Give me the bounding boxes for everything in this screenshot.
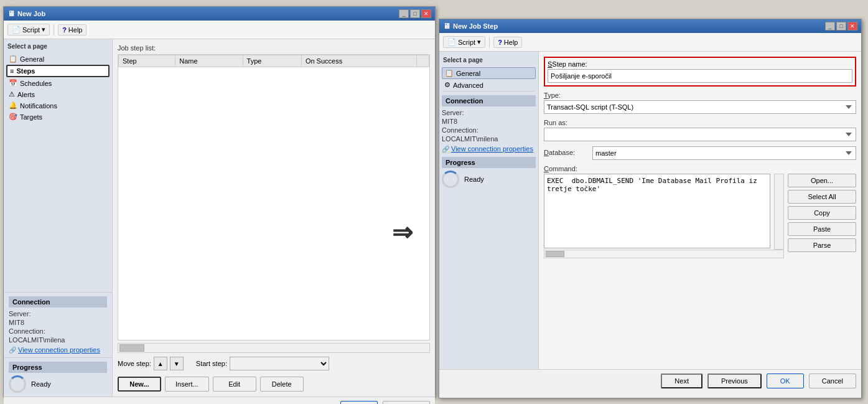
window2-next-btn[interactable]: Next [661,373,702,388]
h-scrollbar[interactable] [118,343,430,353]
delete-button[interactable]: Delete [260,377,304,392]
window1-progress-content: Ready [9,375,107,393]
window1-restore-btn[interactable]: □ [410,9,420,18]
window1-conn-label: Connection: [9,327,107,335]
command-textarea[interactable]: EXEC dbo.DBMAIL_SEND 'Ime Database Mail … [544,174,770,248]
window2-view-conn-link[interactable]: View connection properties [451,145,533,153]
window2-body: Select a page 📋 General ⚙ Advanced Conne… [439,52,861,369]
command-area: EXEC dbo.DBMAIL_SEND 'Ime Database Mail … [544,174,784,250]
window1-view-conn-link[interactable]: View connection properties [18,346,100,354]
runas-label: Run as: [544,119,856,126]
help-icon: ? [62,26,67,34]
col-step: Step [119,55,175,67]
move-down-btn[interactable]: ▼ [170,357,184,370]
window1-sidebar: Select a page 📋 General ≡ Steps 📅 Schedu… [4,39,113,397]
monitor-icon: 🖥 [7,9,15,18]
type-row: Type: Transact-SQL script (T-SQL) [544,92,856,114]
window2-previous-btn[interactable]: Previous [707,373,762,388]
step-controls: Move step: ▲ ▼ Start step: [118,357,430,370]
window1-cancel-btn[interactable]: Cancel [383,401,430,404]
sidebar-item-general[interactable]: 📋 General [6,54,110,64]
scrollbar-thumb[interactable] [119,344,144,352]
window2-cancel-btn[interactable]: Cancel [809,373,856,388]
sidebar-advanced-label: Advanced [453,82,483,89]
database-row-inner: Database: master [544,146,856,160]
window2-controls: _ □ ✕ [825,22,857,31]
start-step-label: Start step: [196,360,227,367]
move-step-label: Move step: [118,360,151,367]
window2-server-value: MIT8 [442,118,536,125]
window2-ok-btn[interactable]: OK [767,373,804,388]
window2-sidebar-title: Select a page [442,57,536,63]
window2-minimize-btn[interactable]: _ [825,22,835,31]
script-button[interactable]: 📄 Script ▾ [7,24,50,35]
type-select[interactable]: Transact-SQL script (T-SQL) [544,100,856,114]
runas-select[interactable] [544,128,856,141]
new-job-window: 🖥 New Job _ □ ✕ 📄 Script ▾ ? Help Select… [3,6,436,397]
window2-title: New Job Step [453,22,498,30]
database-row: Database: master [544,146,856,160]
move-up-btn[interactable]: ▲ [154,357,167,370]
step-name-input[interactable] [548,69,852,83]
window1-main: Job step list: Step Name Type On Success [113,39,435,397]
window2-restore-btn[interactable]: □ [836,22,846,31]
help-icon2: ? [498,39,502,46]
command-editor: EXEC dbo.DBMAIL_SEND 'Ime Database Mail … [544,174,770,250]
window1-footer: OK Cancel [4,397,435,404]
insert-button[interactable]: Insert... [165,377,209,392]
window2-conn-label: Connection: [442,126,536,134]
targets-icon: 🎯 [9,113,17,121]
database-select[interactable]: master [592,146,856,160]
job-step-list-label: Job step list: [118,44,430,52]
sidebar-item-schedules[interactable]: 📅 Schedules [6,78,110,88]
col-type: Type [243,55,301,67]
script-label2: Script [458,39,475,46]
schedules-icon: 📅 [9,79,17,87]
col-name: Name [175,55,243,67]
help-button2[interactable]: ? Help [493,37,522,48]
paste-btn[interactable]: Paste [788,222,856,236]
start-step-select[interactable] [230,357,329,370]
window1-close-btn[interactable]: ✕ [421,9,431,18]
edit-button[interactable]: Edit [213,377,256,392]
window2-close-btn[interactable]: ✕ [847,22,857,31]
sidebar-targets-label: Targets [20,113,42,121]
sidebar-item-alerts[interactable]: ⚠ Alerts [6,89,110,100]
window1-progress-title: Progress [9,362,107,373]
cmd-h-scrollbar[interactable] [544,250,784,258]
link-icon2: 🔗 [442,146,449,153]
open-btn[interactable]: Open... [788,174,856,187]
help-label: Help [68,26,83,34]
runas-select-area [544,128,856,141]
sidebar-item-notifications[interactable]: 🔔 Notifications [6,100,110,111]
window1-body: Select a page 📋 General ≡ Steps 📅 Schedu… [4,39,435,397]
window2-conn-value: LOCALMIT\milena [442,135,536,143]
sidebar-general-label: General [20,55,44,63]
sidebar-item-steps[interactable]: ≡ Steps [6,65,110,77]
script-dropdown-icon: ▾ [42,26,45,34]
sidebar-notifications-label: Notifications [20,102,57,110]
select-all-btn[interactable]: Select All [788,190,856,204]
command-scrollbar[interactable] [774,174,784,250]
new-button[interactable]: New... [118,377,161,392]
copy-btn[interactable]: Copy [788,206,856,220]
window1-connection-title: Connection [9,296,107,308]
window1-conn-value: LOCALMIT\milena [9,336,107,344]
sidebar-item-targets[interactable]: 🎯 Targets [6,111,110,122]
move-step-area: Move step: ▲ ▼ [118,357,184,370]
type-label: Type: [544,92,856,99]
toolbar-sep2 [489,37,490,48]
cmd-buttons: Open... Select All Copy Paste Parse [788,174,856,252]
window2-toolbar: 📄 Script ▾ ? Help [439,33,861,52]
cmd-scrollbar-thumb[interactable] [546,251,564,257]
script-button2[interactable]: 📄 Script ▾ [443,36,485,48]
window1-server-value: MIT8 [9,319,107,326]
parse-btn[interactable]: Parse [788,238,856,252]
sidebar-item-advanced[interactable]: ⚙ Advanced [442,80,536,90]
help-button[interactable]: ? Help [58,24,86,35]
window1-minimize-btn[interactable]: _ [399,9,409,18]
window2-progress-title: Progress [442,157,536,168]
sidebar-item-general2[interactable]: 📋 General [442,67,536,79]
general-icon: 📋 [9,55,17,63]
window1-ok-btn[interactable]: OK [340,401,378,404]
